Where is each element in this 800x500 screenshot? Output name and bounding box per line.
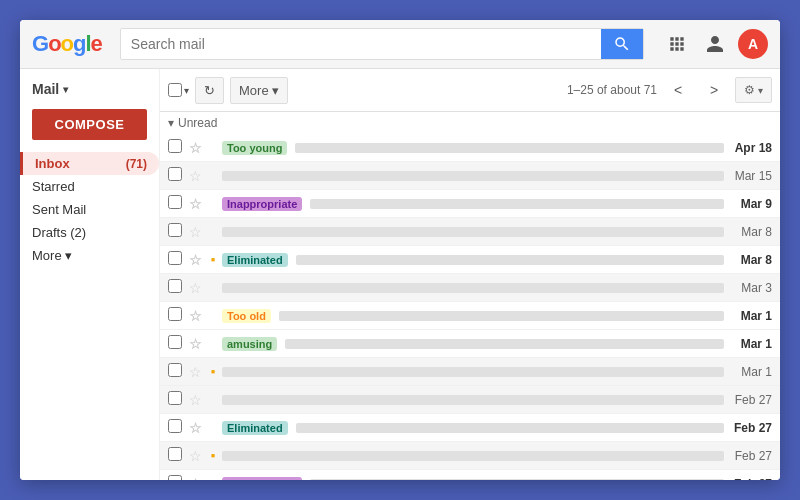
grid-icon-button[interactable]: [662, 29, 692, 59]
email-content: Inappropriate: [222, 197, 724, 211]
email-subject-bar: [285, 339, 724, 349]
gmail-window: Google A: [20, 20, 780, 480]
row-checkbox-area: [168, 195, 186, 212]
email-content: [222, 367, 724, 377]
star-icon[interactable]: ☆: [186, 448, 204, 464]
row-checkbox-area: [168, 167, 186, 184]
folder-icon: ▪: [204, 252, 222, 267]
section-label: Unread: [178, 116, 217, 130]
star-icon[interactable]: ☆: [186, 308, 204, 324]
table-row[interactable]: ☆ Feb 27: [160, 386, 780, 414]
email-date: Mar 1: [724, 365, 772, 379]
compose-button[interactable]: COMPOSE: [32, 109, 147, 140]
table-row[interactable]: ☆ Inappropriate Feb 27: [160, 470, 780, 480]
star-icon[interactable]: ☆: [186, 336, 204, 352]
table-row[interactable]: ☆ ▪ Eliminated Mar 8: [160, 246, 780, 274]
row-checkbox-area: [168, 279, 186, 296]
email-date: Mar 1: [724, 309, 772, 323]
row-checkbox[interactable]: [168, 251, 182, 265]
prev-page-button[interactable]: <: [663, 75, 693, 105]
email-subject-bar: [295, 143, 724, 153]
google-logo: Google: [32, 31, 102, 57]
account-icon[interactable]: [700, 29, 730, 59]
row-checkbox[interactable]: [168, 223, 182, 237]
topbar: Google A: [20, 20, 780, 69]
table-row[interactable]: ☆ Inappropriate Mar 9: [160, 190, 780, 218]
table-row[interactable]: ☆ Too old Mar 1: [160, 302, 780, 330]
email-subject-bar: [296, 255, 724, 265]
refresh-button[interactable]: ↻: [195, 77, 224, 104]
email-list: ▾ Unread ☆ Too young Apr 18 ☆ Mar 15 ☆: [160, 112, 780, 480]
row-checkbox[interactable]: [168, 279, 182, 293]
star-icon[interactable]: ☆: [186, 224, 204, 240]
email-content: [222, 283, 724, 293]
more-button[interactable]: More ▾: [230, 77, 288, 104]
email-content: Too old: [222, 309, 724, 323]
search-input[interactable]: [121, 30, 601, 58]
table-row[interactable]: ☆ Mar 8: [160, 218, 780, 246]
star-icon[interactable]: ☆: [186, 476, 204, 481]
table-row[interactable]: ☆ ▪ Feb 27: [160, 442, 780, 470]
table-row[interactable]: ☆ amusing Mar 1: [160, 330, 780, 358]
row-checkbox-area: [168, 335, 186, 352]
email-subject-bar: [310, 199, 724, 209]
select-dropdown-arrow[interactable]: ▾: [184, 85, 189, 96]
search-button[interactable]: [601, 29, 643, 59]
row-checkbox[interactable]: [168, 335, 182, 349]
table-row[interactable]: ☆ ▪ Mar 1: [160, 358, 780, 386]
table-row[interactable]: ☆ Too young Apr 18: [160, 134, 780, 162]
row-checkbox[interactable]: [168, 447, 182, 461]
email-tag: Inappropriate: [222, 477, 302, 481]
topbar-right: A: [662, 29, 768, 59]
folder-icon: ▪: [204, 448, 222, 463]
star-icon[interactable]: ☆: [186, 196, 204, 212]
table-row[interactable]: ☆ Mar 15: [160, 162, 780, 190]
email-date: Mar 9: [724, 197, 772, 211]
star-icon[interactable]: ☆: [186, 140, 204, 156]
star-icon[interactable]: ☆: [186, 364, 204, 380]
email-content: [222, 451, 724, 461]
mail-label: Mail: [32, 81, 59, 97]
main-layout: Mail ▾ COMPOSE Inbox(71)StarredSent Mail…: [20, 69, 780, 480]
nav-label: Starred: [32, 179, 147, 194]
nav-label: Inbox: [35, 156, 126, 171]
row-checkbox[interactable]: [168, 195, 182, 209]
email-date: Mar 8: [724, 225, 772, 239]
select-all-checkbox[interactable]: [168, 83, 182, 97]
star-icon[interactable]: ☆: [186, 252, 204, 268]
row-checkbox[interactable]: [168, 475, 182, 480]
row-checkbox-area: [168, 447, 186, 464]
search-bar[interactable]: [120, 28, 644, 60]
table-row[interactable]: ☆ Mar 3: [160, 274, 780, 302]
row-checkbox[interactable]: [168, 139, 182, 153]
avatar[interactable]: A: [738, 29, 768, 59]
settings-button[interactable]: ⚙ ▾: [735, 77, 772, 103]
mail-dropdown-icon[interactable]: ▾: [63, 84, 68, 95]
sidebar-item-starred[interactable]: Starred: [20, 175, 159, 198]
table-row[interactable]: ☆ Eliminated Feb 27: [160, 414, 780, 442]
sidebar-item-inbox[interactable]: Inbox(71): [20, 152, 159, 175]
email-date: Mar 3: [724, 281, 772, 295]
row-checkbox[interactable]: [168, 167, 182, 181]
row-checkbox-area: [168, 307, 186, 324]
next-page-button[interactable]: >: [699, 75, 729, 105]
sidebar-item-more[interactable]: More ▾: [20, 244, 159, 267]
toolbar: ▾ ↻ More ▾ 1–25 of about 71 < > ⚙ ▾: [160, 69, 780, 112]
email-tag: Too young: [222, 141, 287, 155]
sidebar-item-drafts[interactable]: Drafts (2): [20, 221, 159, 244]
sidebar-item-sent[interactable]: Sent Mail: [20, 198, 159, 221]
row-checkbox[interactable]: [168, 419, 182, 433]
email-content: [222, 227, 724, 237]
star-icon[interactable]: ☆: [186, 280, 204, 296]
row-checkbox[interactable]: [168, 391, 182, 405]
star-icon[interactable]: ☆: [186, 168, 204, 184]
email-subject-bar: [222, 451, 724, 461]
row-checkbox[interactable]: [168, 363, 182, 377]
row-checkbox[interactable]: [168, 307, 182, 321]
pagination-label: 1–25 of about 71: [567, 83, 657, 97]
star-icon[interactable]: ☆: [186, 420, 204, 436]
nav-label: Sent Mail: [32, 202, 147, 217]
email-content: Too young: [222, 141, 724, 155]
star-icon[interactable]: ☆: [186, 392, 204, 408]
section-arrow[interactable]: ▾: [168, 116, 174, 130]
